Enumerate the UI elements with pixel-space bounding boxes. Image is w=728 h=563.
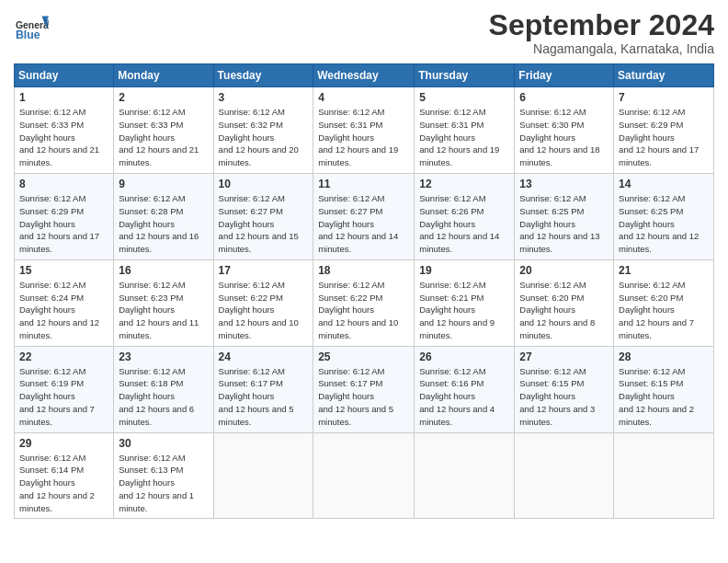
table-row: 24Sunrise: 6:12 AMSunset: 6:17 PMDayligh… [213, 346, 313, 432]
table-row: 21Sunrise: 6:12 AMSunset: 6:20 PMDayligh… [614, 259, 714, 346]
table-row: 2Sunrise: 6:12 AMSunset: 6:33 PMDaylight… [114, 87, 213, 174]
col-wednesday: Wednesday [313, 64, 415, 87]
table-row [614, 432, 714, 519]
header: General Blue September 2024 Nagamangala,… [14, 9, 714, 56]
col-tuesday: Tuesday [213, 64, 313, 87]
col-saturday: Saturday [614, 64, 714, 87]
table-row: 3Sunrise: 6:12 AMSunset: 6:32 PMDaylight… [213, 87, 313, 174]
col-thursday: Thursday [415, 64, 515, 87]
col-friday: Friday [515, 64, 614, 87]
table-row: 15Sunrise: 6:12 AMSunset: 6:24 PMDayligh… [15, 259, 114, 346]
table-row: 9Sunrise: 6:12 AMSunset: 6:28 PMDaylight… [114, 174, 213, 260]
col-sunday: Sunday [15, 64, 114, 87]
location: Nagamangala, Karnataka, India [489, 41, 714, 56]
table-row: 5Sunrise: 6:12 AMSunset: 6:31 PMDaylight… [415, 87, 515, 174]
table-row: 26Sunrise: 6:12 AMSunset: 6:16 PMDayligh… [415, 346, 515, 432]
table-row: 28Sunrise: 6:12 AMSunset: 6:15 PMDayligh… [614, 346, 714, 432]
table-row: 17Sunrise: 6:12 AMSunset: 6:22 PMDayligh… [213, 259, 313, 346]
table-row: 25Sunrise: 6:12 AMSunset: 6:17 PMDayligh… [313, 346, 415, 432]
table-row: 8Sunrise: 6:12 AMSunset: 6:29 PMDaylight… [15, 174, 114, 260]
title-area: September 2024 Nagamangala, Karnataka, I… [489, 9, 714, 56]
table-row [515, 432, 614, 519]
table-row [313, 432, 415, 519]
calendar-table: Sunday Monday Tuesday Wednesday Thursday… [14, 63, 714, 519]
table-row: 4Sunrise: 6:12 AMSunset: 6:31 PMDaylight… [313, 87, 415, 174]
table-row: 14Sunrise: 6:12 AMSunset: 6:25 PMDayligh… [614, 174, 714, 260]
table-row: 19Sunrise: 6:12 AMSunset: 6:21 PMDayligh… [415, 259, 515, 346]
table-row: 18Sunrise: 6:12 AMSunset: 6:22 PMDayligh… [313, 259, 415, 346]
table-row: 11Sunrise: 6:12 AMSunset: 6:27 PMDayligh… [313, 174, 415, 260]
table-row: 20Sunrise: 6:12 AMSunset: 6:20 PMDayligh… [515, 259, 614, 346]
table-row: 13Sunrise: 6:12 AMSunset: 6:25 PMDayligh… [515, 174, 614, 260]
table-row: 7Sunrise: 6:12 AMSunset: 6:29 PMDaylight… [614, 87, 714, 174]
table-row: 10Sunrise: 6:12 AMSunset: 6:27 PMDayligh… [213, 174, 313, 260]
month-title: September 2024 [489, 9, 714, 41]
table-row: 30Sunrise: 6:12 AMSunset: 6:13 PMDayligh… [114, 432, 213, 519]
table-row: 23Sunrise: 6:12 AMSunset: 6:18 PMDayligh… [114, 346, 213, 432]
main-container: General Blue September 2024 Nagamangala,… [0, 0, 728, 563]
table-row: 22Sunrise: 6:12 AMSunset: 6:19 PMDayligh… [15, 346, 114, 432]
table-row: 12Sunrise: 6:12 AMSunset: 6:26 PMDayligh… [415, 174, 515, 260]
logo: General Blue [14, 9, 52, 44]
table-row: 16Sunrise: 6:12 AMSunset: 6:23 PMDayligh… [114, 259, 213, 346]
svg-text:Blue: Blue [16, 29, 40, 41]
table-row: 1Sunrise: 6:12 AMSunset: 6:33 PMDaylight… [15, 87, 114, 174]
col-monday: Monday [114, 64, 213, 87]
table-row: 6Sunrise: 6:12 AMSunset: 6:30 PMDaylight… [515, 87, 614, 174]
table-row: 27Sunrise: 6:12 AMSunset: 6:15 PMDayligh… [515, 346, 614, 432]
table-row: 29Sunrise: 6:12 AMSunset: 6:14 PMDayligh… [15, 432, 114, 519]
table-row [415, 432, 515, 519]
table-row [213, 432, 313, 519]
